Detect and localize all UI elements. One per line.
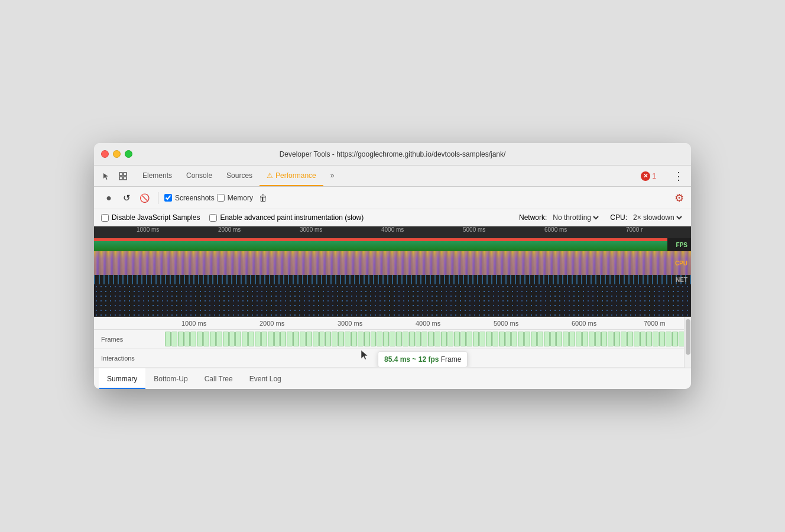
settings-button[interactable]: ⚙ <box>674 192 684 205</box>
frame-block[interactable] <box>634 332 640 346</box>
frame-block[interactable] <box>223 332 229 346</box>
tab-sources[interactable]: Sources <box>219 166 259 186</box>
network-select[interactable]: No throttling <box>550 213 601 222</box>
frame-block[interactable] <box>210 332 216 346</box>
frame-block[interactable] <box>306 332 312 346</box>
frame-block[interactable] <box>679 332 684 346</box>
more-options-button[interactable]: ⋮ <box>671 168 686 184</box>
frame-block[interactable] <box>653 332 659 346</box>
frame-block[interactable] <box>473 332 479 346</box>
frame-block[interactable] <box>672 332 678 346</box>
frame-block[interactable] <box>537 332 543 346</box>
memory-checkbox[interactable] <box>217 194 225 202</box>
frame-block[interactable] <box>479 332 485 346</box>
frame-block[interactable] <box>441 332 447 346</box>
minimize-button[interactable] <box>113 150 121 158</box>
frame-block[interactable] <box>518 332 524 346</box>
cursor-tool[interactable] <box>99 168 114 184</box>
frame-block[interactable] <box>268 332 274 346</box>
frame-block[interactable] <box>396 332 402 346</box>
frames-content[interactable] <box>165 330 684 348</box>
frame-block[interactable] <box>229 332 235 346</box>
record-button[interactable]: ● <box>101 190 116 206</box>
frame-block[interactable] <box>255 332 261 346</box>
frame-block[interactable] <box>428 332 434 346</box>
frame-block[interactable] <box>531 332 537 346</box>
frame-block[interactable] <box>505 332 511 346</box>
frame-block[interactable] <box>466 332 472 346</box>
frame-block[interactable] <box>447 332 453 346</box>
frame-block[interactable] <box>614 332 620 346</box>
frame-block[interactable] <box>589 332 595 346</box>
timeline-overview[interactable]: 1000 ms 2000 ms 3000 ms 4000 ms 5000 ms … <box>94 226 691 317</box>
frame-block[interactable] <box>300 332 306 346</box>
frame-block[interactable] <box>627 332 633 346</box>
frame-block[interactable] <box>403 332 408 346</box>
disable-js-samples-label[interactable]: Disable JavaScript Samples <box>101 213 200 222</box>
frame-block[interactable] <box>280 332 286 346</box>
frame-block[interactable] <box>492 332 498 346</box>
frame-block[interactable] <box>416 332 421 346</box>
disable-js-checkbox[interactable] <box>101 214 109 222</box>
tab-more[interactable]: » <box>323 166 342 186</box>
tab-console[interactable]: Console <box>179 166 219 186</box>
frame-block[interactable] <box>499 332 505 346</box>
clear-button[interactable]: 🚫 <box>137 190 152 206</box>
inspect-tool[interactable] <box>115 168 131 184</box>
reload-record-button[interactable]: ↺ <box>119 190 134 206</box>
frame-block[interactable] <box>319 332 325 346</box>
frame-block[interactable] <box>332 332 338 346</box>
frame-block[interactable] <box>454 332 460 346</box>
frame-block[interactable] <box>178 332 184 346</box>
frame-block[interactable] <box>184 332 190 346</box>
frame-block[interactable] <box>325 332 331 346</box>
frame-block[interactable] <box>460 332 466 346</box>
frame-block[interactable] <box>409 332 415 346</box>
advanced-paint-label[interactable]: Enable advanced paint instrumentation (s… <box>209 213 364 222</box>
screenshots-checkbox[interactable] <box>164 194 172 202</box>
frame-block[interactable] <box>608 332 614 346</box>
tab-event-log[interactable]: Event Log <box>241 368 290 389</box>
frame-block[interactable] <box>171 332 177 346</box>
frame-block[interactable] <box>351 332 357 346</box>
close-button[interactable] <box>101 150 109 158</box>
frame-block[interactable] <box>646 332 652 346</box>
scrollbar-track[interactable] <box>684 317 691 368</box>
tab-performance[interactable]: ⚠ Performance <box>259 166 323 186</box>
frame-block[interactable] <box>242 332 248 346</box>
frame-block[interactable] <box>621 332 627 346</box>
frame-block[interactable] <box>364 332 370 346</box>
frame-block[interactable] <box>582 332 588 346</box>
frame-block[interactable] <box>287 332 293 346</box>
frame-block[interactable] <box>659 332 665 346</box>
frame-block[interactable] <box>595 332 601 346</box>
tab-summary[interactable]: Summary <box>99 368 145 389</box>
frame-block[interactable] <box>556 332 562 346</box>
frame-block[interactable] <box>261 332 267 346</box>
frame-block[interactable] <box>576 332 582 346</box>
frame-block[interactable] <box>511 332 517 346</box>
frame-block[interactable] <box>371 332 377 346</box>
frame-block[interactable] <box>550 332 556 346</box>
frame-block[interactable] <box>569 332 575 346</box>
interactions-content[interactable]: 85.4 ms ~ 12 fps Frame <box>165 349 684 367</box>
frame-block[interactable] <box>345 332 351 346</box>
frame-block[interactable] <box>235 332 241 346</box>
frame-block[interactable] <box>640 332 646 346</box>
advanced-paint-checkbox[interactable] <box>209 214 217 222</box>
frame-block[interactable] <box>563 332 569 346</box>
tab-elements[interactable]: Elements <box>135 166 179 186</box>
frame-block[interactable] <box>601 332 607 346</box>
frame-block[interactable] <box>383 332 389 346</box>
frame-block[interactable] <box>486 332 492 346</box>
frame-block[interactable] <box>190 332 196 346</box>
frame-block[interactable] <box>524 332 530 346</box>
tab-call-tree[interactable]: Call Tree <box>196 368 241 389</box>
frame-block[interactable] <box>666 332 672 346</box>
cpu-select[interactable]: 2× slowdown <box>631 213 684 222</box>
frame-block[interactable] <box>197 332 203 346</box>
frame-block[interactable] <box>165 332 171 346</box>
maximize-button[interactable] <box>125 150 132 158</box>
frame-block[interactable] <box>421 332 427 346</box>
scrollbar-thumb[interactable] <box>686 319 690 355</box>
